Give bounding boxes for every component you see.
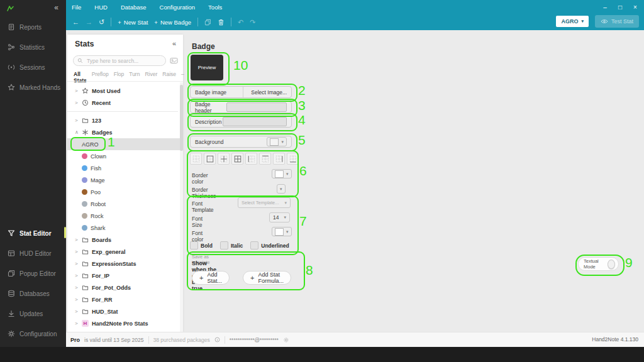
back-icon[interactable]: ← <box>72 18 79 26</box>
sidebar-item-configuration[interactable]: Configuration <box>0 326 66 342</box>
tabs-overflow-icon[interactable]: – <box>181 71 184 77</box>
tree-item[interactable]: Rock <box>67 210 180 222</box>
image-filter-icon[interactable] <box>170 57 178 64</box>
history-icon[interactable]: ↺ <box>99 18 104 26</box>
underlined-checkbox[interactable]: Underlined <box>250 241 289 250</box>
license-badge: Pro <box>70 337 80 343</box>
stats-collapse-icon[interactable]: « <box>172 40 176 47</box>
tree-item[interactable]: > ExpressionStats <box>67 258 180 270</box>
sidebar-item-updates[interactable]: Updates <box>0 305 66 322</box>
tree-item[interactable]: > For_IP <box>67 270 180 282</box>
tree-item-label: Robot <box>91 201 106 207</box>
tree-item[interactable]: > HUD_Stat <box>67 305 180 317</box>
menu-hud[interactable]: HUD <box>94 4 108 11</box>
badge-header-input[interactable] <box>226 102 287 112</box>
minimize-button[interactable]: – <box>597 4 613 11</box>
copy-icon[interactable] <box>204 19 211 26</box>
sidebar-item-popup-editor[interactable]: Popup Editor <box>0 265 66 282</box>
search-input[interactable] <box>86 57 157 65</box>
italic-checkbox[interactable]: Italic <box>220 241 243 250</box>
border-outer-button[interactable] <box>204 153 216 165</box>
background-color-dropdown[interactable]: ▾ <box>267 137 287 146</box>
sidebar-item-statistics[interactable]: Statistics <box>0 39 66 55</box>
border-top-button[interactable] <box>259 153 271 165</box>
close-button[interactable]: × <box>628 4 643 11</box>
tree-item-label: HUD_Stat <box>92 309 118 315</box>
textual-mode-toggle[interactable]: Textual Mode <box>578 257 619 271</box>
border-none-button[interactable] <box>190 153 202 165</box>
tree-item[interactable]: Mage <box>67 174 180 186</box>
maximize-button[interactable]: □ <box>613 4 628 11</box>
sidebar-item-databases[interactable]: Databases <box>0 285 66 302</box>
sidebar-item-reports[interactable]: Reports <box>0 19 66 35</box>
select-image-button[interactable]: Select Image... <box>243 87 287 97</box>
new-badge-button[interactable]: + New Badge <box>154 19 191 26</box>
tree-item[interactable]: Fish <box>67 162 180 174</box>
tree-item[interactable]: Shark <box>67 222 180 234</box>
tree-item[interactable]: AGRO <box>67 138 180 150</box>
font-template-dropdown[interactable]: Select Template... ▾ <box>238 197 291 208</box>
menu-database[interactable]: Database <box>121 4 147 11</box>
sidebar-item-hud-editor[interactable]: HUD Editor <box>0 245 66 261</box>
sidebar-collapse-icon[interactable]: « <box>54 3 58 12</box>
tab-preflop[interactable]: Preflop <box>92 71 109 77</box>
scrollbar-thumb[interactable] <box>180 85 183 151</box>
account-settings-gear-icon[interactable] <box>283 337 289 343</box>
font-template-placeholder: Select Template... <box>242 200 279 206</box>
border-all-button[interactable] <box>231 153 243 165</box>
tab-flop[interactable]: Flop <box>114 71 125 77</box>
border-thickness-dropdown[interactable]: ▾ <box>277 184 286 194</box>
tree-item[interactable]: Clown <box>67 150 180 162</box>
border-bottom-button[interactable] <box>287 153 299 165</box>
stat-selector-dropdown[interactable]: AGRO ▾ <box>556 16 589 27</box>
tab-river[interactable]: River <box>145 71 157 77</box>
badge-image-row: Badge image Select Image... <box>190 86 292 98</box>
search-box[interactable] <box>73 55 166 66</box>
description-input[interactable] <box>223 117 287 126</box>
menu-tools[interactable]: Tools <box>208 4 222 11</box>
add-stat-button[interactable]: + Add Stat... <box>192 271 230 285</box>
sidebar-item-sessions[interactable]: Sessions <box>0 59 66 75</box>
bold-checkbox[interactable]: Bold <box>190 241 213 250</box>
tree-item[interactable]: > H Hand2Note Pro Stats <box>67 317 180 329</box>
tree-item[interactable]: ∧ Badges <box>67 126 180 138</box>
menu-configuration[interactable]: Configuration <box>160 4 196 11</box>
redo-icon[interactable]: ↷ <box>250 18 255 26</box>
new-stat-button[interactable]: + New Stat <box>118 19 148 26</box>
textual-mode-label: Textual Mode <box>584 258 604 270</box>
chevron-down-icon: ▾ <box>284 215 286 220</box>
tree-item[interactable]: > Most Used <box>67 85 180 97</box>
add-stat-formula-button[interactable]: + Add Stat Formula... <box>243 271 291 285</box>
test-stat-button[interactable]: Test Stat <box>595 15 639 28</box>
border-left-button[interactable] <box>245 153 257 165</box>
tree-item-label: Rock <box>91 213 104 219</box>
tree-item-label: Shark <box>91 225 106 231</box>
add-stat-formula-label: Add Stat Formula... <box>258 272 284 284</box>
checkbox-icon <box>250 241 258 250</box>
tree-item[interactable]: > 123 <box>67 114 180 126</box>
font-color-dropdown[interactable]: ▾ <box>272 227 292 236</box>
forward-icon[interactable]: → <box>86 18 92 26</box>
border-color-dropdown[interactable]: ▾ <box>272 169 292 178</box>
border-right-button[interactable] <box>273 153 285 165</box>
sidebar-item-stat-editor[interactable]: Stat Editor <box>0 225 66 241</box>
font-size-dropdown[interactable]: 14 ▾ <box>269 212 290 222</box>
tree-item[interactable]: Robot <box>67 198 180 210</box>
undo-icon[interactable]: ↶ <box>238 18 243 26</box>
menu-file[interactable]: File <box>72 4 81 11</box>
border-inner-button[interactable] <box>218 153 230 165</box>
tab-raise[interactable]: Raise <box>162 71 176 77</box>
tree-item[interactable]: > For_RR <box>67 293 180 305</box>
tree-item[interactable]: > Boards <box>67 234 180 246</box>
tree-item[interactable]: Poo <box>67 186 180 198</box>
toggle-knob[interactable] <box>608 260 615 269</box>
tree-item[interactable]: > Recent <box>67 97 180 109</box>
tab-turn[interactable]: Turn <box>129 71 140 77</box>
tree-item[interactable]: > Exp_general <box>67 246 180 258</box>
tree-item[interactable]: > For_Pot_Odds <box>67 282 180 293</box>
sidebar-item-marked-hands[interactable]: Marked Hands <box>0 79 66 96</box>
tree-item[interactable] <box>67 109 180 114</box>
chevron-down-icon: ▾ <box>286 229 289 234</box>
tab-all-stats[interactable]: All Stats <box>74 71 87 84</box>
delete-icon[interactable] <box>218 19 225 26</box>
